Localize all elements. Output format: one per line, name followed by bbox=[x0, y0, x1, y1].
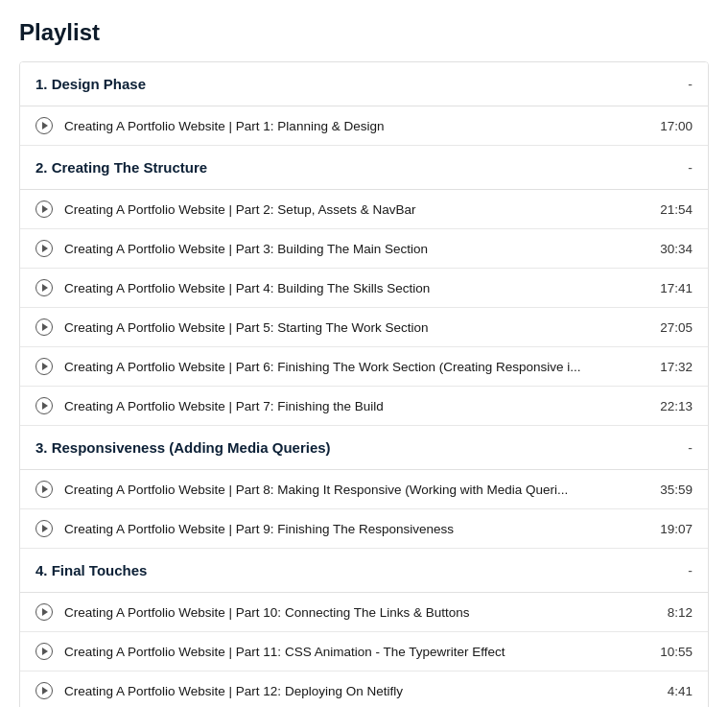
play-triangle bbox=[42, 363, 48, 370]
item-duration: 8:12 bbox=[656, 605, 693, 620]
playlist-item[interactable]: Creating A Portfolio Website | Part 3: B… bbox=[20, 229, 708, 269]
playlist-item[interactable]: Creating A Portfolio Website | Part 6: F… bbox=[20, 347, 708, 387]
play-icon bbox=[35, 682, 53, 699]
playlist-item[interactable]: Creating A Portfolio Website | Part 1: P… bbox=[20, 106, 708, 146]
item-title: Creating A Portfolio Website | Part 7: F… bbox=[64, 399, 656, 413]
section-title-4: 4. Final Touches bbox=[35, 562, 147, 578]
play-triangle bbox=[42, 122, 48, 130]
playlist-item[interactable]: Creating A Portfolio Website | Part 2: S… bbox=[20, 190, 708, 229]
play-triangle bbox=[42, 608, 48, 616]
play-icon bbox=[35, 603, 53, 621]
play-icon bbox=[35, 279, 53, 296]
item-title: Creating A Portfolio Website | Part 5: S… bbox=[64, 320, 656, 335]
item-title: Creating A Portfolio Website | Part 9: F… bbox=[64, 522, 656, 536]
play-icon bbox=[35, 200, 53, 218]
section-title-3: 3. Responsiveness (Adding Media Queries) bbox=[35, 439, 331, 456]
playlist-item[interactable]: Creating A Portfolio Website | Part 12: … bbox=[20, 672, 708, 707]
playlist-item[interactable]: Creating A Portfolio Website | Part 8: M… bbox=[20, 470, 708, 509]
item-title: Creating A Portfolio Website | Part 2: S… bbox=[64, 202, 656, 217]
item-duration: 10:55 bbox=[656, 645, 693, 659]
item-title: Creating A Portfolio Website | Part 8: M… bbox=[64, 483, 656, 497]
playlist-item[interactable]: Creating A Portfolio Website | Part 11: … bbox=[20, 632, 708, 672]
play-triangle bbox=[42, 205, 48, 213]
playlist-title: Playlist bbox=[19, 19, 709, 46]
section-header-1[interactable]: 1. Design Phase- bbox=[20, 62, 708, 106]
playlist-item[interactable]: Creating A Portfolio Website | Part 10: … bbox=[20, 593, 708, 632]
item-duration: 17:32 bbox=[656, 360, 693, 374]
playlist-item[interactable]: Creating A Portfolio Website | Part 7: F… bbox=[20, 387, 708, 426]
play-triangle bbox=[42, 648, 48, 655]
play-icon bbox=[35, 481, 53, 498]
play-icon bbox=[35, 643, 53, 660]
section-header-2[interactable]: 2. Creating The Structure- bbox=[20, 146, 708, 190]
playlist-container: 1. Design Phase-Creating A Portfolio Web… bbox=[19, 61, 709, 707]
item-duration: 22:13 bbox=[656, 399, 693, 413]
section-chevron-4: - bbox=[688, 563, 693, 578]
item-title: Creating A Portfolio Website | Part 4: B… bbox=[64, 281, 656, 295]
playlist-item[interactable]: Creating A Portfolio Website | Part 9: F… bbox=[20, 509, 708, 549]
play-icon bbox=[35, 520, 53, 537]
play-triangle bbox=[42, 323, 48, 331]
item-duration: 19:07 bbox=[656, 522, 693, 536]
item-title: Creating A Portfolio Website | Part 3: B… bbox=[64, 242, 656, 256]
item-title: Creating A Portfolio Website | Part 6: F… bbox=[64, 360, 656, 374]
play-triangle bbox=[42, 284, 48, 292]
section-chevron-2: - bbox=[688, 160, 693, 176]
section-header-3[interactable]: 3. Responsiveness (Adding Media Queries)… bbox=[20, 426, 708, 470]
play-triangle bbox=[42, 485, 48, 493]
item-title: Creating A Portfolio Website | Part 1: P… bbox=[64, 119, 656, 133]
play-icon bbox=[35, 117, 53, 134]
section-chevron-3: - bbox=[688, 440, 693, 456]
section-header-4[interactable]: 4. Final Touches- bbox=[20, 549, 708, 593]
item-duration: 4:41 bbox=[656, 684, 693, 698]
item-duration: 30:34 bbox=[656, 242, 693, 256]
item-title: Creating A Portfolio Website | Part 12: … bbox=[64, 684, 656, 698]
section-title-1: 1. Design Phase bbox=[35, 76, 146, 92]
item-duration: 17:00 bbox=[656, 119, 693, 133]
play-triangle bbox=[42, 402, 48, 410]
item-duration: 35:59 bbox=[656, 483, 693, 497]
play-triangle bbox=[42, 245, 48, 252]
play-triangle bbox=[42, 687, 48, 695]
play-icon bbox=[35, 318, 53, 336]
item-duration: 17:41 bbox=[656, 281, 693, 295]
section-title-2: 2. Creating The Structure bbox=[35, 159, 207, 176]
playlist-item[interactable]: Creating A Portfolio Website | Part 5: S… bbox=[20, 308, 708, 347]
playlist-item[interactable]: Creating A Portfolio Website | Part 4: B… bbox=[20, 269, 708, 308]
play-icon bbox=[35, 240, 53, 257]
item-title: Creating A Portfolio Website | Part 11: … bbox=[64, 645, 656, 659]
item-duration: 27:05 bbox=[656, 320, 693, 335]
play-icon bbox=[35, 358, 53, 375]
section-chevron-1: - bbox=[688, 77, 693, 92]
play-icon bbox=[35, 397, 53, 414]
item-title: Creating A Portfolio Website | Part 10: … bbox=[64, 605, 656, 620]
play-triangle bbox=[42, 525, 48, 532]
item-duration: 21:54 bbox=[656, 202, 693, 217]
